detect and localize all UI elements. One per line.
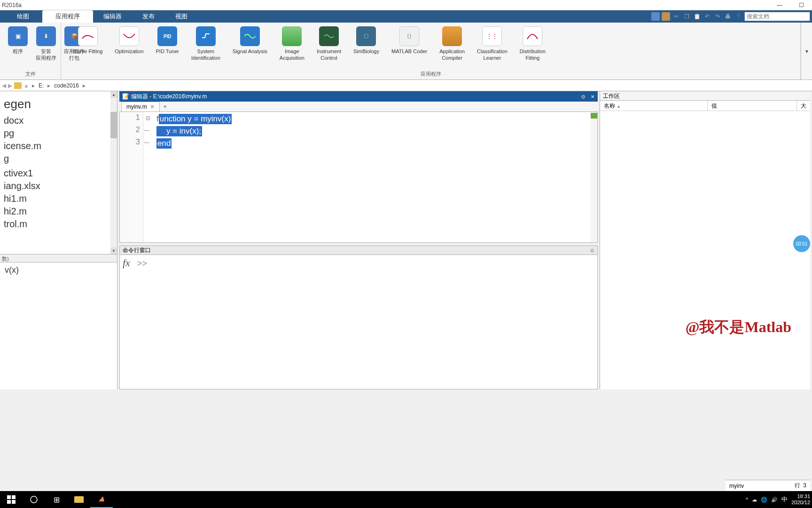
main-tabs: 绘图 应用程序 编辑器 发布 视图 ✂ ❐ 📋 ↶ ↷ 🖶 ?	[0, 10, 812, 23]
path-drive[interactable]: E:	[38, 82, 45, 89]
cortana-button[interactable]	[23, 491, 45, 508]
workspace-pane: 工作区 名称 ▲ 值 大 @我不是Matlab	[600, 91, 810, 389]
ribbon-more-button[interactable]: ▾	[801, 23, 812, 79]
file-item[interactable]: trol.m	[2, 218, 115, 230]
fwd-icon[interactable]: ▶	[8, 82, 12, 89]
tab-apps[interactable]: 应用程序	[42, 10, 93, 23]
details-header[interactable]: 数)	[0, 254, 117, 262]
gutter-line[interactable]: 2	[120, 125, 143, 137]
install-app-button[interactable]: ⬇ 安装 应用程序	[32, 24, 60, 64]
app-compiler-button[interactable]: Application Compiler	[437, 24, 468, 64]
ws-col-name[interactable]: 名称 ▲	[600, 101, 708, 111]
taskbar: ⊞ ^ ☁ 🌐 🔊 中 18:31 2020/12	[0, 491, 812, 508]
tray-date[interactable]: 2020/12	[791, 500, 810, 506]
file-item[interactable]: hi2.m	[2, 205, 115, 218]
matlab-icon[interactable]	[90, 491, 113, 508]
code-selection: end	[156, 138, 172, 149]
copy-icon[interactable]: ❐	[682, 12, 691, 21]
code-area[interactable]: function y = myinv(x) y = inv(x); end	[143, 112, 232, 242]
paste-icon[interactable]: 📋	[693, 12, 701, 21]
start-button[interactable]	[0, 491, 23, 508]
ime-icon[interactable]: 中	[781, 495, 788, 504]
help-icon[interactable]: ?	[734, 12, 742, 21]
timer-badge[interactable]: 00:51	[793, 235, 810, 252]
image-acq-button[interactable]: Image Acquisition	[277, 24, 307, 64]
command-window-title[interactable]: 命令行窗口 ⊙	[119, 246, 598, 255]
file-item[interactable]: iang.xlsx	[2, 180, 115, 192]
cut-icon[interactable]: ✂	[672, 12, 680, 21]
file-item[interactable]: pg	[2, 127, 115, 140]
scroll-down-icon[interactable]: ▼	[110, 247, 117, 254]
cmd-dropdown-icon[interactable]: ⊙	[589, 247, 595, 254]
tray-up-icon[interactable]: ^	[746, 497, 748, 502]
save-icon[interactable]	[662, 12, 670, 21]
main-area: egen docx pg icense.m g ctivex1 iang.xls…	[0, 91, 812, 389]
print-icon[interactable]: 🖶	[724, 12, 732, 21]
editor-icon: 📝	[122, 93, 129, 100]
new-icon[interactable]	[651, 12, 660, 21]
tab-view[interactable]: 视图	[165, 10, 198, 23]
scroll-thumb[interactable]	[110, 112, 117, 138]
optimization-button[interactable]: Optimization	[112, 24, 146, 56]
code-ok-icon[interactable]	[591, 113, 597, 119]
task-view-button[interactable]: ⊞	[45, 491, 68, 508]
file-scrollbar[interactable]: ▲ ▼	[110, 91, 117, 254]
instrument-ctrl-button[interactable]: Instrument Control	[314, 24, 344, 64]
network-icon[interactable]: 🌐	[761, 497, 767, 503]
pid-tuner-button[interactable]: PIDPID Tuner	[153, 24, 182, 56]
classification-button[interactable]: ⋮⋮Classification Learner	[474, 24, 510, 64]
up-icon[interactable]: ▲	[23, 82, 29, 89]
file-item[interactable]: g	[2, 152, 115, 165]
code-selection: unction y = myinv(x)	[159, 114, 232, 124]
path-folder[interactable]: code2016	[53, 82, 80, 89]
warning-strip[interactable]	[591, 112, 597, 242]
workspace-header: 名称 ▲ 值 大	[600, 101, 810, 111]
editor-close-icon[interactable]: ✕	[589, 93, 596, 100]
tab-publish[interactable]: 发布	[132, 10, 165, 23]
fx-icon[interactable]: fx	[123, 257, 130, 269]
file-list[interactable]: egen docx pg icense.m g ctivex1 iang.xls…	[0, 91, 117, 254]
tab-add-button[interactable]: +	[160, 102, 171, 111]
ws-col-size[interactable]: 大	[797, 101, 810, 111]
tab-plot[interactable]: 绘图	[4, 10, 42, 23]
system-id-button[interactable]: System Identification	[188, 24, 223, 64]
editor-tab-myinv[interactable]: myinv.m ✕	[121, 102, 160, 111]
file-item[interactable]: ctivex1	[2, 167, 115, 180]
folder-icon[interactable]	[14, 82, 22, 89]
minimize-button[interactable]: —	[769, 0, 790, 10]
workspace-title[interactable]: 工作区	[600, 91, 810, 101]
file-item[interactable]: docx	[2, 114, 115, 127]
file-item[interactable]: hi1.m	[2, 192, 115, 205]
editor-title-bar[interactable]: 📝 编辑器 - E:\code2016\myinv.m ⊙ ✕	[119, 91, 598, 102]
signal-analysis-button[interactable]: Signal Analysis	[230, 24, 270, 56]
command-window[interactable]: fx >>	[119, 255, 598, 389]
redo-icon[interactable]: ↷	[713, 12, 722, 21]
maximize-button[interactable]: ☐	[790, 0, 812, 10]
search-input[interactable]	[744, 12, 810, 21]
tray-time[interactable]: 18:31	[791, 493, 810, 500]
back-icon[interactable]: ◀	[2, 82, 6, 89]
svg-rect-1	[12, 495, 16, 499]
editor-body[interactable]: 1 2 3 function y = myinv(x) y = inv(x); …	[119, 112, 598, 243]
ribbon: ▣ 程序 ⬇ 安装 应用程序 📦 应用程序 打包 文件 Curve Fittin…	[0, 23, 812, 80]
gutter-line[interactable]: 3	[120, 137, 143, 150]
status-function: myinv	[729, 483, 744, 489]
code-selection: y = inv(x);	[156, 126, 202, 136]
editor-dropdown-icon[interactable]: ⊙	[580, 93, 586, 100]
volume-icon[interactable]: 🔊	[771, 497, 778, 503]
undo-icon[interactable]: ↶	[703, 12, 711, 21]
matlab-coder-button[interactable]: ⟨⟩MATLAB Coder	[389, 24, 430, 56]
tab-close-icon[interactable]: ✕	[150, 103, 155, 110]
simbiology-button[interactable]: ⬡SimBiology	[351, 24, 382, 56]
gutter-line[interactable]: 1	[120, 113, 143, 125]
tab-editor[interactable]: 编辑器	[93, 10, 132, 23]
ws-col-value[interactable]: 值	[708, 101, 797, 111]
explorer-icon[interactable]	[68, 491, 90, 508]
workspace-body[interactable]: @我不是Matlab	[600, 111, 810, 389]
curve-fitting-button[interactable]: Curve Fitting	[70, 24, 105, 56]
app-program-button[interactable]: ▣ 程序	[4, 24, 32, 56]
tray-cloud-icon[interactable]: ☁	[752, 497, 757, 503]
scroll-up-icon[interactable]: ▲	[110, 91, 117, 98]
file-item[interactable]: icense.m	[2, 140, 115, 152]
dist-fitting-button[interactable]: Distribution Fitting	[517, 24, 548, 64]
